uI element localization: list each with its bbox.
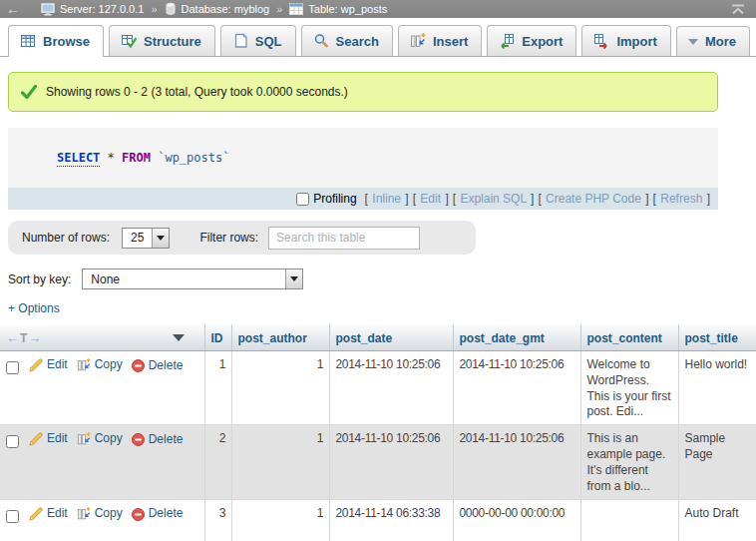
php-code-action: [ Create PHP Code ] <box>537 192 649 206</box>
sql-keyword-select: SELECT <box>57 151 100 167</box>
copy-link[interactable]: Copy <box>77 357 123 373</box>
copy-link[interactable]: Copy <box>77 506 123 522</box>
import-icon <box>593 33 609 49</box>
database-icon <box>165 2 177 16</box>
cell-post-author: 1 <box>231 425 329 499</box>
cell-post-date-gmt: 0000-00-00 00:00:00 <box>453 499 580 541</box>
edit-link[interactable]: Edit <box>29 506 68 522</box>
row-actions-cell: EditCopyDelete <box>0 351 204 425</box>
select-dropdown-button[interactable] <box>285 270 302 288</box>
create-php-code-link[interactable]: Create PHP Code <box>546 192 641 206</box>
edit-action: [ Edit ] <box>412 192 450 206</box>
profiling-checkbox[interactable] <box>296 193 309 206</box>
tab-export[interactable]: Export <box>487 25 576 56</box>
delete-minus-icon <box>132 359 145 372</box>
filter-search-input[interactable] <box>268 227 420 250</box>
tab-browse[interactable]: Browse <box>8 25 104 57</box>
delete-link[interactable]: Delete <box>132 506 184 522</box>
cell-post-date-gmt: 2014-11-10 10:25:06 <box>453 425 580 499</box>
row-select-checkbox[interactable] <box>6 361 19 374</box>
breadcrumb-bar: ← Server: 127.0.0.1 » Database: myblog »… <box>0 0 756 18</box>
edit-query-link[interactable]: Edit <box>420 192 441 206</box>
copy-row-icon <box>77 507 91 521</box>
column-header-post-author[interactable]: post_author <box>231 324 329 351</box>
cell-post-title: Auto Draft <box>678 499 756 541</box>
tab-import[interactable]: Import <box>581 25 670 56</box>
cell-post-title: Sample Page <box>678 425 756 499</box>
breadcrumb-server[interactable]: Server: 127.0.0.1 <box>60 3 144 15</box>
delete-link[interactable]: Delete <box>132 432 184 448</box>
breadcrumb-table[interactable]: Table: wp_posts <box>308 3 387 15</box>
export-icon <box>499 33 515 49</box>
options-toggle-link[interactable]: + Options <box>8 301 60 315</box>
query-tools-bar: Profiling [ Inline ] [ Edit ] [ Explain … <box>8 188 718 210</box>
cell-post-date: 2014-11-14 06:33:38 <box>329 499 453 541</box>
browse-table-icon <box>20 33 36 49</box>
tab-label: More <box>705 34 736 49</box>
column-header-post-title[interactable]: post_title <box>678 324 756 351</box>
insert-row-icon <box>410 33 426 49</box>
cell-id: 1 <box>204 351 231 425</box>
select-dropdown-button[interactable] <box>152 229 169 248</box>
edit-link[interactable]: Edit <box>29 431 68 447</box>
tab-sql[interactable]: SQL <box>220 25 296 56</box>
tab-structure[interactable]: Structure <box>109 25 215 56</box>
delete-minus-icon <box>132 433 145 446</box>
tab-label: Export <box>522 34 563 49</box>
table-row: EditCopyDelete 3 1 2014-11-14 06:33:38 0… <box>0 499 756 541</box>
column-header-post-date-gmt[interactable]: post_date_gmt <box>453 324 580 351</box>
sort-key-select[interactable]: None <box>82 269 303 289</box>
tab-label: SQL <box>255 34 282 49</box>
inline-link[interactable]: Inline <box>372 192 401 206</box>
explain-action: [ Explain SQL ] <box>452 192 536 206</box>
copy-link[interactable]: Copy <box>77 431 123 447</box>
column-header-post-content[interactable]: post_content <box>580 324 678 351</box>
copy-row-icon <box>77 432 91 446</box>
cell-post-title: Hello world! <box>678 351 756 425</box>
tab-label: Structure <box>144 34 201 49</box>
sql-star: * <box>100 151 122 165</box>
structure-icon <box>121 33 137 49</box>
table-header-row: ←T→ ID post_author post_date post_date_g… <box>0 324 756 351</box>
collapse-toolbar-icon[interactable] <box>730 4 746 15</box>
chevron-down-icon <box>290 276 298 281</box>
cell-post-date: 2014-11-10 10:25:06 <box>329 351 453 425</box>
sql-query-text: SELECT * FROM `wp_posts` <box>8 128 718 188</box>
server-icon <box>41 3 55 16</box>
column-header-post-date[interactable]: post_date <box>329 324 453 351</box>
tab-search[interactable]: Search <box>301 25 393 56</box>
success-check-icon <box>21 85 37 99</box>
delete-link[interactable]: Delete <box>132 358 184 374</box>
column-header-id[interactable]: ID <box>204 324 231 351</box>
column-order-arrows[interactable]: ←T→ <box>6 330 42 345</box>
breadcrumb-database[interactable]: Database: myblog <box>182 3 270 15</box>
delete-minus-icon <box>132 508 145 521</box>
table-icon <box>289 3 303 15</box>
search-icon <box>313 33 329 49</box>
table-row: EditCopyDelete 2 1 2014-11-10 10:25:06 2… <box>0 425 756 499</box>
tab-label: Import <box>616 34 656 49</box>
back-arrow-icon[interactable]: ← <box>6 2 20 16</box>
row-actions-cell: EditCopyDelete <box>0 425 204 499</box>
row-select-checkbox[interactable] <box>6 510 19 523</box>
row-actions-cell: EditCopyDelete <box>0 499 204 541</box>
tab-insert[interactable]: Insert <box>398 25 482 56</box>
results-table: ←T→ ID post_author post_date post_date_g… <box>0 324 756 541</box>
results-controls: Number of rows: 25 Filter rows: <box>8 221 476 255</box>
table-row: EditCopyDelete 1 1 2014-11-10 10:25:06 2… <box>0 351 756 425</box>
edit-link[interactable]: Edit <box>29 357 68 373</box>
refresh-link[interactable]: Refresh <box>660 192 702 206</box>
chevron-down-icon <box>688 39 698 45</box>
header-dropdown-icon[interactable] <box>173 334 185 341</box>
cell-post-date-gmt: 2014-11-10 10:25:06 <box>453 351 580 425</box>
row-select-checkbox[interactable] <box>6 435 19 448</box>
number-of-rows-label: Number of rows: <box>22 231 110 245</box>
cell-post-date: 2014-11-10 10:25:06 <box>329 425 453 499</box>
explain-sql-link[interactable]: Explain SQL <box>460 192 526 206</box>
breadcrumb-separator: » <box>151 3 157 15</box>
tab-more[interactable]: More <box>676 26 750 56</box>
column-header-actions[interactable]: ←T→ <box>0 324 204 351</box>
rows-per-page-select[interactable]: 25 <box>122 228 170 249</box>
cell-post-author: 1 <box>231 499 329 541</box>
sql-keyword-from: FROM <box>122 151 151 165</box>
